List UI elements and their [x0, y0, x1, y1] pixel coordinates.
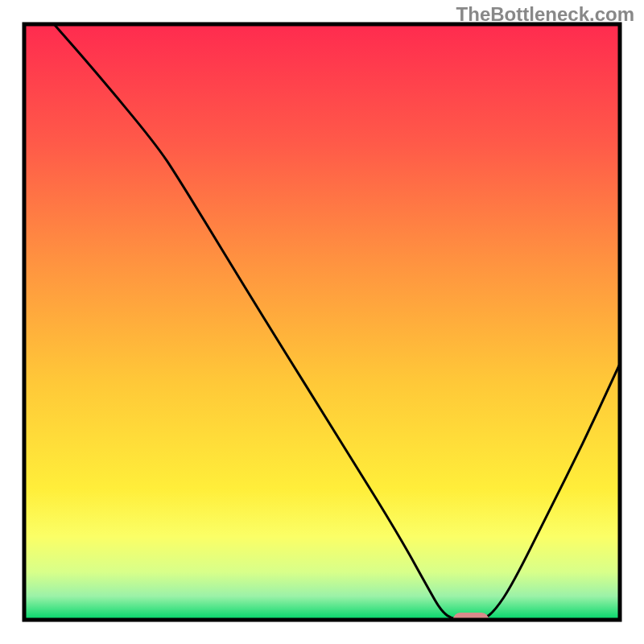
gradient-background: [24, 24, 620, 620]
watermark-text: TheBottleneck.com: [456, 3, 634, 26]
chart-svg: [0, 0, 644, 644]
bottleneck-chart: TheBottleneck.com: [0, 0, 644, 644]
